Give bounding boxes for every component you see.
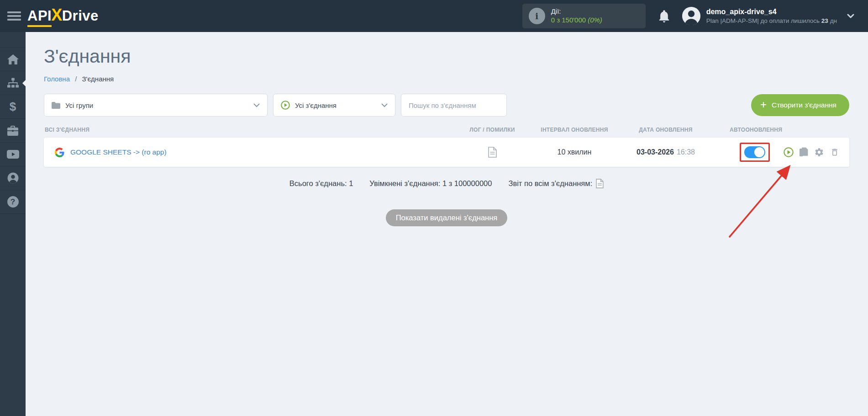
summary-bar: Всього з'єднань: 1 Увімкнені з'єднання: … xyxy=(44,179,849,188)
delete-trash-icon[interactable] xyxy=(830,147,839,157)
sidebar-item-help[interactable]: ? xyxy=(0,190,26,214)
show-deleted-button[interactable]: Показати видалені з'єднання xyxy=(386,209,508,226)
connection-name-link[interactable]: GOOGLE SHEETS -> (ro app) xyxy=(70,148,167,156)
question-icon: ? xyxy=(7,196,19,208)
sitemap-icon xyxy=(7,78,19,89)
dollar-icon: $ xyxy=(10,100,16,114)
breadcrumb-home-link[interactable]: Головна xyxy=(44,75,70,83)
user-plan: Plan |ADM-AP-SM| до оплати лишилось 23 д… xyxy=(706,17,837,25)
copy-connection-icon[interactable] xyxy=(800,147,808,157)
connections-filter-value: Усі з'єднання xyxy=(295,101,337,109)
sidebar-item-connections[interactable] xyxy=(0,71,26,95)
update-interval-value: 10 хвилин xyxy=(529,148,620,156)
col-header-autoupdate: АВТООНОВЛЕННЯ xyxy=(711,127,849,133)
col-header-connections: ВСІ З'ЄДНАННЯ xyxy=(44,127,456,133)
run-connection-icon[interactable] xyxy=(784,147,794,157)
avatar xyxy=(682,6,701,26)
youtube-icon xyxy=(7,150,19,159)
plan-text: Plan |ADM-AP-SM| до оплати лишилось xyxy=(706,17,820,24)
breadcrumb-current: З'єднання xyxy=(82,75,114,83)
menu-toggle-icon[interactable] xyxy=(7,11,21,21)
actions-percent: (0%) xyxy=(588,16,602,24)
log-file-icon[interactable] xyxy=(488,147,497,158)
groups-filter-value: Усі групи xyxy=(65,101,93,109)
search-input[interactable] xyxy=(401,94,507,117)
summary-report-label: Звіт по всім з'єднанням: xyxy=(508,179,592,188)
update-time-value: 16:38 xyxy=(677,148,695,156)
col-header-interval: ІНТЕРВАЛ ОНОВЛЕННЯ xyxy=(529,127,620,133)
chevron-down-icon xyxy=(381,103,388,107)
breadcrumb-separator: / xyxy=(75,75,77,83)
settings-gear-icon[interactable] xyxy=(814,147,824,157)
home-icon xyxy=(7,54,19,64)
logo-api-text: API xyxy=(27,8,52,27)
col-header-date: ДАТА ОНОВЛЕННЯ xyxy=(620,127,711,133)
sidebar-item-video[interactable] xyxy=(0,143,26,166)
actions-count: 0 з 150'000(0%) xyxy=(551,16,602,25)
sidebar-item-services[interactable] xyxy=(0,119,26,143)
create-connection-button[interactable]: + Створити з'єднання xyxy=(751,94,849,116)
topbar: APIXDrive i Дії: 0 з 150'000(0%) demo_ap… xyxy=(0,0,868,32)
google-icon xyxy=(55,148,64,157)
play-circle-icon xyxy=(281,101,290,110)
main-content: З'єднання Головна / З'єднання Усі групи … xyxy=(26,32,868,226)
table-row: GOOGLE SHEETS -> (ro app) 10 хвилин 03-0… xyxy=(44,138,849,167)
table-header-row: ВСІ З'ЄДНАННЯ ЛОГ / ПОМИЛКИ ІНТЕРВАЛ ОНО… xyxy=(44,127,849,138)
connections-filter-dropdown[interactable]: Усі з'єднання xyxy=(273,94,395,117)
sidebar-item-billing[interactable]: $ xyxy=(0,95,26,119)
user-menu[interactable]: demo_apix-drive_s4 Plan |ADM-AP-SM| до о… xyxy=(682,6,854,26)
actions-counter[interactable]: i Дії: 0 з 150'000(0%) xyxy=(522,4,646,28)
sidebar-item-home[interactable] xyxy=(0,48,26,71)
sidebar-item-account[interactable] xyxy=(0,166,26,190)
briefcase-icon xyxy=(7,126,18,136)
col-header-log: ЛОГ / ПОМИЛКИ xyxy=(456,127,529,133)
auto-update-toggle[interactable] xyxy=(744,146,765,158)
chevron-down-icon xyxy=(253,103,260,107)
actions-label: Дії: xyxy=(551,7,602,16)
plus-icon: + xyxy=(760,99,767,110)
folder-icon xyxy=(52,102,60,109)
toggle-knob xyxy=(754,147,764,157)
filter-row: Усі групи Усі з'єднання + Створити з'єдн… xyxy=(44,94,849,117)
plan-days-unit: дн xyxy=(830,17,837,24)
info-icon: i xyxy=(529,8,545,24)
logo-drive-text: Drive xyxy=(62,8,99,24)
update-date-value: 03-03-2026 xyxy=(637,148,674,156)
notifications-bell-icon[interactable] xyxy=(658,10,670,22)
app-logo[interactable]: APIXDrive xyxy=(27,5,99,27)
summary-total: Всього з'єднань: 1 xyxy=(289,179,353,188)
report-file-icon[interactable] xyxy=(596,179,604,188)
user-name: demo_apix-drive_s4 xyxy=(706,7,837,17)
actions-count-value: 0 з 150'000 xyxy=(551,16,586,24)
annotation-highlight-box xyxy=(740,143,770,162)
sidebar: $ ? xyxy=(0,32,26,416)
plan-days: 23 xyxy=(821,17,828,24)
logo-x-text: X xyxy=(51,5,63,25)
summary-enabled: Увімкнені з'єднання: 1 з 100000000 xyxy=(369,179,492,188)
create-connection-label: Створити з'єднання xyxy=(772,101,836,109)
chevron-down-icon[interactable] xyxy=(847,14,854,18)
person-icon xyxy=(7,172,19,184)
groups-filter-dropdown[interactable]: Усі групи xyxy=(44,94,268,117)
breadcrumb: Головна / З'єднання xyxy=(44,75,849,83)
page-title: З'єднання xyxy=(44,46,849,67)
